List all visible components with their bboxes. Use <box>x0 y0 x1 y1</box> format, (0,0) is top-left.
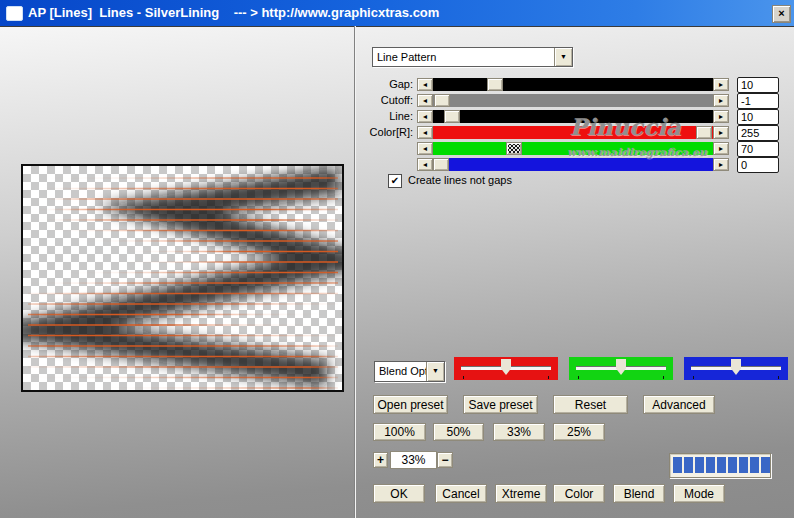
color-b-slider[interactable] <box>433 158 713 171</box>
progress-segment <box>750 457 759 473</box>
tick-mark <box>548 376 549 379</box>
blue-channel-trackbar[interactable] <box>684 357 788 380</box>
color-r-label: Color[R]: <box>348 126 413 139</box>
close-button[interactable]: × <box>772 5 791 23</box>
zoom-100-button[interactable]: 100% <box>373 423 426 441</box>
xtreme-button[interactable]: Xtreme <box>495 484 547 503</box>
preview-image <box>23 166 342 390</box>
blend-options-value: Blend Opti <box>379 362 426 380</box>
green-channel-trackbar[interactable] <box>569 357 673 380</box>
blend-button[interactable]: Blend <box>613 484 665 503</box>
zoom-33-button[interactable]: 33% <box>493 423 545 441</box>
zoom-50-button[interactable]: 50% <box>433 423 484 441</box>
window-title: AP [Lines] Lines - SilverLining --- > ht… <box>28 0 439 26</box>
cancel-button[interactable]: Cancel <box>435 484 487 503</box>
save-preset-button[interactable]: Save preset <box>463 395 538 414</box>
progress-bar <box>669 453 771 478</box>
color-r-slider[interactable] <box>433 126 713 139</box>
color-b-value-field[interactable]: 0 <box>737 157 779 173</box>
color-r-left-arrow-icon[interactable]: ◂ <box>417 126 433 139</box>
cutoff-left-arrow-icon[interactable]: ◂ <box>417 94 433 107</box>
progress-segment <box>761 457 770 473</box>
checkbox-check-icon[interactable]: ✔ <box>388 174 402 188</box>
color-b-left-arrow-icon[interactable]: ◂ <box>417 158 433 171</box>
tick-mark <box>578 376 579 379</box>
title-bar[interactable]: AP [Lines] Lines - SilverLining --- > ht… <box>0 0 794 27</box>
progress-segment <box>717 457 726 473</box>
progress-segment <box>728 457 737 473</box>
cutoff-label: Cutoff: <box>348 94 413 107</box>
chevron-down-icon[interactable]: ▼ <box>554 48 572 66</box>
color-g-slider-thumb[interactable] <box>506 142 522 155</box>
line-right-arrow-icon[interactable]: ▸ <box>713 110 729 123</box>
tick-mark <box>693 376 694 379</box>
color-b-slider-thumb[interactable] <box>433 158 449 171</box>
preview-canvas[interactable] <box>21 164 344 392</box>
color-b-label <box>348 158 413 171</box>
ok-button[interactable]: OK <box>373 484 425 503</box>
color-r-value-field[interactable]: 255 <box>737 125 779 141</box>
tick-mark <box>778 376 779 379</box>
advanced-button[interactable]: Advanced <box>643 395 715 414</box>
color-g-right-arrow-icon[interactable]: ▸ <box>713 142 729 155</box>
zoom-in-button[interactable]: + <box>373 452 388 468</box>
zoom-out-button[interactable]: − <box>437 452 453 468</box>
gap-left-arrow-icon[interactable]: ◂ <box>417 78 433 91</box>
color-button[interactable]: Color <box>553 484 605 503</box>
progress-segment <box>739 457 748 473</box>
cutoff-slider[interactable] <box>433 94 713 107</box>
checkbox-label: Create lines not gaps <box>408 174 512 186</box>
mode-button[interactable]: Mode <box>673 484 725 503</box>
gap-slider-thumb[interactable] <box>487 78 503 91</box>
blend-options-select[interactable]: Blend Opti ▼ <box>374 361 445 382</box>
pattern-select-value: Line Pattern <box>377 48 554 66</box>
line-left-arrow-icon[interactable]: ◂ <box>417 110 433 123</box>
line-slider-thumb[interactable] <box>444 110 460 123</box>
color-b-right-arrow-icon[interactable]: ▸ <box>713 158 729 171</box>
progress-segment <box>673 457 682 473</box>
orange-line-pattern <box>28 178 338 388</box>
color-g-value-field[interactable]: 70 <box>737 141 779 157</box>
line-value-field[interactable]: 10 <box>737 109 779 125</box>
cutoff-value-field[interactable]: -1 <box>737 93 779 109</box>
progress-segment <box>706 457 715 473</box>
cutoff-right-arrow-icon[interactable]: ▸ <box>713 94 729 107</box>
cutoff-slider-thumb[interactable] <box>434 94 450 107</box>
color-r-right-arrow-icon[interactable]: ▸ <box>713 126 729 139</box>
chevron-down-icon[interactable]: ▼ <box>426 362 444 381</box>
color-r-slider-thumb[interactable] <box>696 126 712 139</box>
red-trackbar-thumb[interactable] <box>501 359 511 375</box>
red-channel-trackbar[interactable] <box>454 357 558 380</box>
progress-segment <box>684 457 693 473</box>
line-label: Line: <box>348 110 413 123</box>
plugin-window: AP [Lines] Lines - SilverLining --- > ht… <box>0 0 794 518</box>
tick-mark <box>463 376 464 379</box>
blue-trackbar-thumb[interactable] <box>731 359 741 375</box>
zoom-level-field[interactable]: 33% <box>390 451 437 469</box>
zoom-25-button[interactable]: 25% <box>553 423 605 441</box>
color-g-left-arrow-icon[interactable]: ◂ <box>417 142 433 155</box>
progress-segment <box>695 457 704 473</box>
window-icon <box>6 6 23 21</box>
tick-mark <box>663 376 664 379</box>
gap-value-field[interactable]: 10 <box>737 77 779 93</box>
gap-label: Gap: <box>348 78 413 91</box>
pattern-select[interactable]: Line Pattern ▼ <box>372 47 573 67</box>
gap-right-arrow-icon[interactable]: ▸ <box>713 78 729 91</box>
color-g-label <box>348 142 413 155</box>
line-slider[interactable] <box>433 110 713 123</box>
gap-slider[interactable] <box>433 78 713 91</box>
color-g-slider[interactable] <box>433 142 713 155</box>
green-trackbar-thumb[interactable] <box>616 359 626 375</box>
reset-button[interactable]: Reset <box>553 395 628 414</box>
open-preset-button[interactable]: Open preset <box>373 395 448 414</box>
